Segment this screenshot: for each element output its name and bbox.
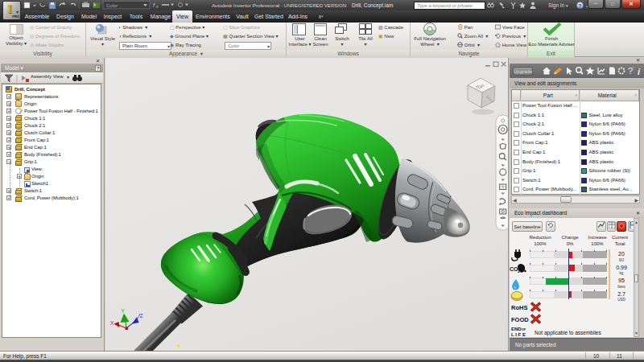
svg-text:i: i (638, 67, 641, 76)
svg-text:Color: Color (106, 3, 118, 8)
svg-text:?: ? (632, 66, 635, 71)
svg-text:X: X (110, 320, 114, 326)
svg-text:f: f (153, 2, 155, 8)
svg-text:Y: Y (122, 308, 126, 314)
svg-text:x: x (155, 4, 159, 9)
svg-text:Z: Z (140, 313, 143, 319)
